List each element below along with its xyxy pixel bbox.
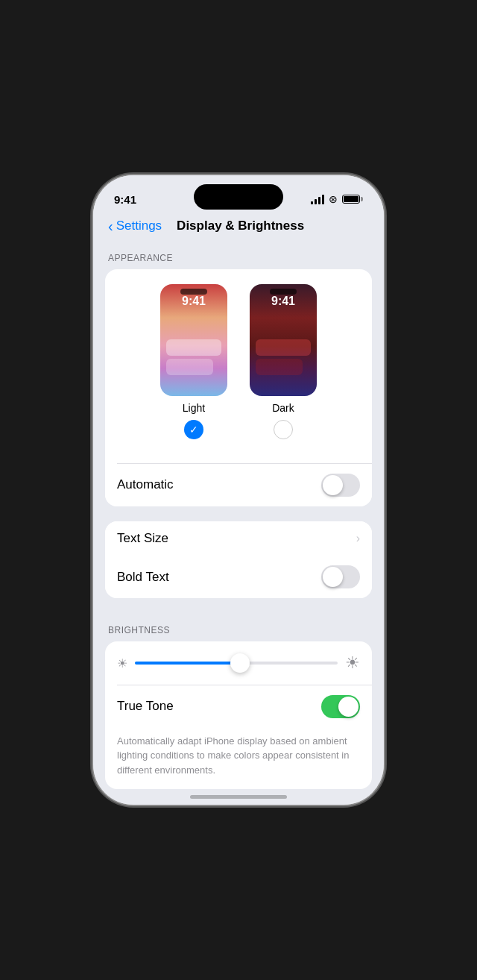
wifi-icon: ⊛ (329, 193, 338, 205)
appearance-section-label: APPEARANCE (93, 241, 384, 269)
light-radio[interactable]: ✓ (184, 420, 203, 439)
light-preview: 9:41 (160, 284, 227, 396)
true-tone-label: True Tone (117, 699, 174, 714)
chevron-left-icon: ‹ (108, 219, 113, 233)
chevron-right-icon: › (356, 532, 360, 545)
brightness-card: True Tone Automatically adapt iPhone dis… (105, 641, 372, 789)
slider-thumb[interactable] (230, 653, 250, 673)
automatic-label: Automatic (117, 477, 174, 492)
back-button[interactable]: ‹ Settings (108, 219, 162, 233)
page-title: Display & Brightness (177, 219, 304, 233)
bold-text-row: Bold Text (105, 556, 372, 598)
automatic-toggle[interactable] (321, 474, 360, 497)
text-size-right: › (356, 532, 360, 545)
dark-radio[interactable] (274, 420, 293, 439)
text-size-label: Text Size (117, 531, 168, 546)
status-time: 9:41 (114, 193, 136, 206)
true-tone-description: Automatically adapt iPhone display based… (105, 734, 372, 790)
phone-shell: 9:41 ⊛ ‹ Sett (93, 175, 384, 805)
battery-icon (342, 195, 363, 204)
text-size-row[interactable]: Text Size › (105, 521, 372, 556)
light-mode-option[interactable]: 9:41 Light ✓ (160, 284, 227, 439)
scroll-content[interactable]: APPEARANCE 9:41 (93, 241, 384, 790)
phone-screen: 9:41 ⊛ ‹ Sett (93, 175, 384, 805)
home-indicator (190, 795, 287, 799)
status-icons: ⊛ (311, 193, 363, 205)
brightness-high-icon (345, 653, 360, 673)
brightness-row (117, 653, 360, 673)
nav-bar: ‹ Settings Display & Brightness (93, 213, 384, 241)
text-section-card: Text Size › Bold Text (105, 521, 372, 599)
brightness-slider[interactable] (135, 662, 338, 665)
dark-mode-option[interactable]: 9:41 Dark (250, 284, 317, 439)
appearance-card: 9:41 Light ✓ (105, 269, 372, 506)
back-label: Settings (116, 219, 162, 233)
dark-label: Dark (272, 402, 294, 414)
true-tone-row: True Tone (105, 685, 372, 728)
dark-preview: 9:41 (250, 284, 317, 396)
bold-text-label: Bold Text (117, 570, 169, 585)
brightness-section-label: BRIGHTNESS (93, 613, 384, 641)
automatic-row: Automatic (105, 464, 372, 506)
dynamic-island (194, 184, 283, 210)
bold-text-toggle[interactable] (321, 565, 360, 588)
appearance-options: 9:41 Light ✓ (117, 284, 360, 439)
true-tone-toggle[interactable] (321, 695, 360, 718)
signal-icon (311, 195, 324, 204)
brightness-low-icon (117, 656, 127, 670)
light-label: Light (183, 402, 205, 414)
slider-fill (135, 662, 240, 665)
